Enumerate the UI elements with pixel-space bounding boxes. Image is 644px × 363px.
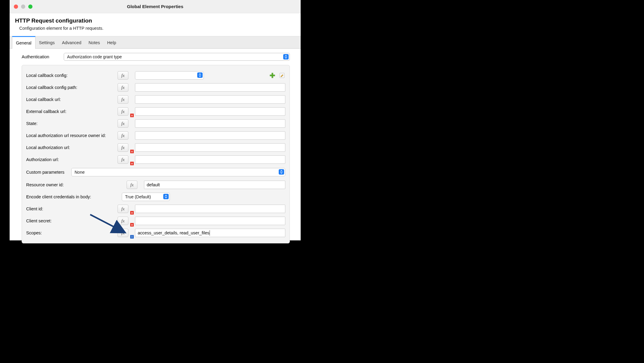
local-auth-url-input[interactable]: [135, 143, 285, 152]
required-icon: x: [130, 211, 134, 215]
fx-button[interactable]: fx: [118, 217, 128, 225]
minimize-window-button[interactable]: [21, 5, 25, 9]
dialog-window: Global Element Properties HTTP Request c…: [10, 0, 301, 240]
text-caret: [210, 230, 210, 236]
row-client-secret: Client secret: fx x: [26, 215, 285, 227]
row-custom-parameters: Custom parameters None: [26, 166, 285, 179]
close-window-button[interactable]: [14, 5, 18, 9]
tab-bar: General Settings Advanced Notes Help: [10, 36, 301, 49]
label-client-id: Client id:: [26, 206, 118, 211]
external-callback-url-input[interactable]: [135, 107, 285, 116]
label-encode-body: Encode client credentials in body:: [26, 194, 122, 199]
label-resource-owner-id: Resource owner id:: [26, 182, 127, 187]
row-local-auth-url: Local authorization url: fx x: [26, 142, 285, 154]
window-controls: [10, 5, 32, 9]
fx-button[interactable]: fx: [118, 107, 128, 116]
chevron-updown-icon: [163, 194, 169, 199]
tab-settings[interactable]: Settings: [35, 36, 58, 48]
row-state: State: fx: [26, 117, 285, 130]
fx-button[interactable]: fx: [118, 143, 128, 152]
authorization-url-input[interactable]: [135, 155, 285, 164]
fx-button[interactable]: fx: [118, 119, 128, 128]
label-local-callback-url: Local callback url:: [26, 97, 118, 102]
edit-icon[interactable]: [279, 72, 285, 79]
required-icon: x: [130, 150, 134, 153]
row-local-auth-url-ro-id: Local authorization url resource owner i…: [26, 130, 285, 142]
label-local-auth-url: Local authorization url:: [26, 145, 118, 150]
fx-button[interactable]: fx: [118, 205, 128, 213]
fx-button[interactable]: fx: [127, 181, 137, 189]
row-client-id: Client id: fx x: [26, 203, 285, 215]
row-local-callback-url: Local callback url: fx: [26, 93, 285, 105]
fx-button[interactable]: fx: [118, 131, 128, 140]
header: HTTP Request configuration Configuration…: [10, 13, 301, 36]
label-client-secret: Client secret:: [26, 218, 118, 223]
local-callback-config-path-input[interactable]: [135, 83, 285, 92]
required-icon: x: [130, 162, 134, 165]
required-icon: x: [130, 114, 134, 117]
label-scopes: Scopes:: [26, 230, 118, 235]
authentication-value: Authorization code grant type: [67, 54, 122, 59]
local-callback-url-input[interactable]: [135, 95, 285, 104]
page-title: HTTP Request configuration: [15, 17, 295, 24]
row-authorization-url: Authorization url: fx x: [26, 154, 285, 166]
label-local-callback-config-path: Local callback config path:: [26, 85, 118, 90]
custom-parameters-select[interactable]: None: [71, 168, 285, 176]
encode-body-select[interactable]: True (Default): [122, 193, 170, 201]
fx-button[interactable]: fx: [118, 83, 128, 92]
fx-button[interactable]: fx: [118, 71, 128, 80]
scopes-value: access_user_details, read_user_files: [138, 230, 210, 235]
titlebar: Global Element Properties: [10, 0, 301, 13]
add-icon[interactable]: [269, 72, 276, 79]
client-secret-input[interactable]: [135, 217, 285, 225]
page-subtitle: Configuration element for a HTTP request…: [19, 26, 295, 31]
label-local-auth-url-ro-id: Local authorization url resource owner i…: [26, 133, 118, 138]
authentication-label: Authentication: [22, 54, 58, 59]
authentication-select[interactable]: Authorization code grant type: [64, 53, 290, 61]
authentication-row: Authentication Authorization code grant …: [22, 53, 290, 61]
scopes-input[interactable]: access_user_details, read_user_files: [135, 229, 285, 237]
chevron-updown-icon: [283, 54, 289, 59]
row-local-callback-config: Local callback config: fx: [26, 69, 285, 81]
info-icon: i: [130, 235, 134, 239]
row-encode-body: Encode client credentials in body: True …: [26, 191, 285, 203]
tab-help[interactable]: Help: [103, 36, 120, 48]
fx-button[interactable]: fx: [118, 229, 128, 237]
tab-general[interactable]: General: [12, 36, 35, 49]
fx-button[interactable]: fx: [118, 95, 128, 104]
resource-owner-id-input[interactable]: [144, 181, 285, 189]
auth-panel: Local callback config: fx: [22, 65, 290, 243]
label-state: State:: [26, 121, 118, 126]
row-external-callback-url: External callback url: fx x: [26, 105, 285, 117]
zoom-window-button[interactable]: [28, 5, 32, 9]
window-title: Global Element Properties: [10, 4, 301, 9]
svg-rect-1: [270, 75, 275, 76]
local-callback-config-select[interactable]: [135, 71, 204, 80]
custom-parameters-value: None: [75, 170, 84, 175]
chevron-updown-icon: [279, 169, 284, 175]
label-custom-parameters: Custom parameters: [26, 170, 71, 175]
row-local-callback-config-path: Local callback config path: fx: [26, 81, 285, 93]
encode-body-value: True (Default): [125, 194, 151, 199]
label-external-callback-url: External callback url:: [26, 109, 118, 114]
state-input[interactable]: [135, 119, 285, 128]
content-area: Authentication Authorization code grant …: [10, 49, 301, 248]
local-auth-url-ro-id-input[interactable]: [135, 131, 285, 140]
tab-advanced[interactable]: Advanced: [58, 36, 85, 48]
tab-notes[interactable]: Notes: [85, 36, 104, 48]
required-icon: x: [130, 223, 134, 227]
row-scopes: Scopes: fx i access_user_details, read_u…: [26, 227, 285, 239]
chevron-updown-icon: [197, 72, 203, 78]
client-id-input[interactable]: [135, 205, 285, 213]
label-authorization-url: Authorization url:: [26, 157, 118, 162]
row-resource-owner-id: Resource owner id: fx: [26, 179, 285, 191]
label-local-callback-config: Local callback config:: [26, 73, 118, 78]
fx-button[interactable]: fx: [118, 155, 128, 164]
